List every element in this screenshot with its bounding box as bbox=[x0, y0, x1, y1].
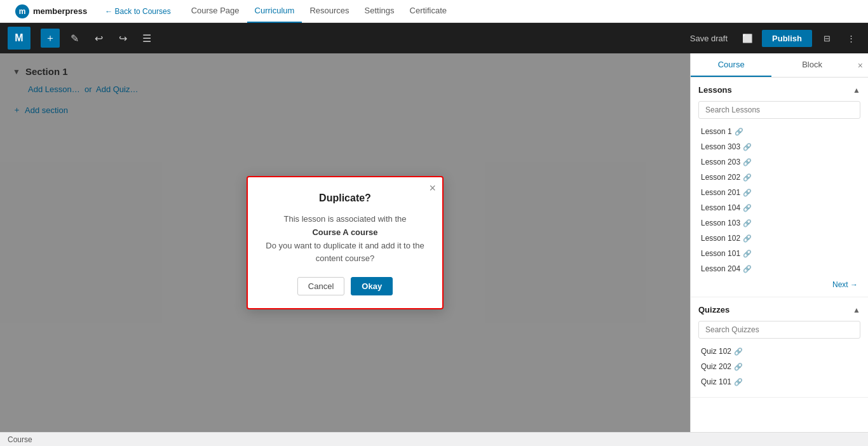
lessons-list: Lesson 1 🔗 Lesson 303 🔗 Lesson 203 🔗 Les… bbox=[698, 124, 860, 276]
quiz-102-label: Quiz 102 bbox=[701, 347, 731, 356]
quiz-202-label: Quiz 202 bbox=[701, 362, 731, 371]
tab-settings[interactable]: Settings bbox=[357, 0, 402, 23]
modal-course-name: Course A course bbox=[312, 227, 377, 237]
toolbar-logo: M bbox=[8, 27, 31, 50]
lesson-202-label: Lesson 202 bbox=[701, 173, 740, 182]
lessons-chevron-icon[interactable]: ▲ bbox=[853, 86, 860, 95]
link-icon: 🔗 bbox=[743, 143, 752, 151]
modal-body: This lesson is associated with the Cours… bbox=[263, 213, 427, 266]
publish-button[interactable]: Publish bbox=[762, 30, 812, 47]
modal-footer: Cancel Okay bbox=[263, 277, 427, 295]
link-icon: 🔗 bbox=[743, 250, 752, 258]
list-item[interactable]: Lesson 203 🔗 bbox=[698, 154, 860, 170]
link-icon: 🔗 bbox=[743, 173, 752, 182]
tools-button[interactable]: ✎ bbox=[65, 29, 84, 48]
link-icon: 🔗 bbox=[734, 363, 743, 371]
quizzes-list: Quiz 102 🔗 Quiz 202 🔗 Quiz 101 🔗 bbox=[698, 344, 860, 389]
mp-logo-text: memberpress bbox=[33, 6, 87, 16]
list-item[interactable]: Lesson 201 🔗 bbox=[698, 185, 860, 200]
cancel-button[interactable]: Cancel bbox=[297, 277, 344, 295]
list-item[interactable]: Quiz 101 🔗 bbox=[698, 374, 860, 389]
lesson-102-label: Lesson 102 bbox=[701, 234, 740, 243]
link-icon: 🔗 bbox=[743, 265, 752, 273]
memberpress-logo: m memberpress bbox=[10, 4, 92, 18]
link-icon: 🔗 bbox=[734, 348, 743, 356]
main-layout: ▼ Section 1 Add Lesson… or Add Quiz… ＋ A… bbox=[0, 53, 868, 432]
list-item[interactable]: Lesson 1 🔗 bbox=[698, 124, 860, 139]
lesson-303-label: Lesson 303 bbox=[701, 142, 740, 151]
list-view-button[interactable]: ☰ bbox=[137, 29, 156, 48]
quiz-101-label: Quiz 101 bbox=[701, 377, 731, 386]
link-icon: 🔗 bbox=[743, 234, 752, 243]
list-item[interactable]: Lesson 101 🔗 bbox=[698, 246, 860, 261]
tab-course-page[interactable]: Course Page bbox=[184, 0, 247, 23]
lesson-203-label: Lesson 203 bbox=[701, 158, 740, 166]
mp-logo-icon: m bbox=[15, 4, 29, 18]
tab-resources[interactable]: Resources bbox=[302, 0, 356, 23]
next-lessons-link[interactable]: Next → bbox=[698, 276, 860, 289]
undo-button[interactable]: ↩ bbox=[89, 29, 108, 48]
link-icon: 🔗 bbox=[743, 158, 752, 166]
save-draft-button[interactable]: Save draft bbox=[685, 31, 733, 46]
preview-button[interactable]: ⬜ bbox=[738, 29, 757, 48]
list-item[interactable]: Lesson 204 🔗 bbox=[698, 261, 860, 276]
modal-overlay: × Duplicate? This lesson is associated w… bbox=[0, 53, 690, 432]
lesson-204-label: Lesson 204 bbox=[701, 264, 740, 273]
redo-button[interactable]: ↪ bbox=[113, 29, 132, 48]
lesson-103-label: Lesson 103 bbox=[701, 219, 740, 227]
link-icon: 🔗 bbox=[743, 219, 752, 227]
tab-certificate[interactable]: Certificate bbox=[402, 0, 455, 23]
search-lessons-input[interactable] bbox=[698, 101, 860, 119]
content-area: ▼ Section 1 Add Lesson… or Add Quiz… ＋ A… bbox=[0, 53, 690, 432]
sidebar-toggle-button[interactable]: ⊟ bbox=[817, 29, 836, 48]
list-item[interactable]: Quiz 202 🔗 bbox=[698, 359, 860, 374]
lessons-title: Lessons bbox=[698, 85, 732, 95]
modal-line1: This lesson is associated with the bbox=[284, 214, 407, 224]
list-item[interactable]: Lesson 202 🔗 bbox=[698, 170, 860, 185]
list-item[interactable]: Quiz 102 🔗 bbox=[698, 344, 860, 359]
top-bar: m memberpress ← Back to Courses Course P… bbox=[0, 0, 868, 23]
link-icon: 🔗 bbox=[743, 189, 752, 197]
tab-curriculum[interactable]: Curriculum bbox=[247, 0, 302, 23]
list-item[interactable]: Lesson 303 🔗 bbox=[698, 139, 860, 154]
toolbar: M ＋ ✎ ↩ ↪ ☰ Save draft ⬜ Publish ⊟ ⋮ bbox=[0, 23, 868, 53]
lessons-section: Lessons ▲ Lesson 1 🔗 Lesson 303 🔗 Lesson… bbox=[691, 78, 868, 297]
sidebar-tab-block[interactable]: Block bbox=[771, 53, 852, 77]
link-icon: 🔗 bbox=[734, 378, 743, 386]
lesson-1-label: Lesson 1 bbox=[701, 127, 732, 136]
lesson-201-label: Lesson 201 bbox=[701, 188, 740, 197]
nav-tabs: Course Page Curriculum Resources Setting… bbox=[184, 0, 454, 22]
list-item[interactable]: Lesson 104 🔗 bbox=[698, 200, 860, 215]
lesson-104-label: Lesson 104 bbox=[701, 203, 740, 212]
link-icon: 🔗 bbox=[735, 128, 743, 136]
list-item[interactable]: Lesson 102 🔗 bbox=[698, 231, 860, 246]
quizzes-title: Quizzes bbox=[698, 305, 729, 314]
list-item[interactable]: Lesson 103 🔗 bbox=[698, 215, 860, 231]
modal-close-button[interactable]: × bbox=[429, 182, 436, 194]
lessons-section-header: Lessons ▲ bbox=[698, 85, 860, 95]
sidebar-close-button[interactable]: × bbox=[853, 55, 868, 76]
modal-line2: Do you want to duplicate it and add it t… bbox=[266, 241, 410, 250]
okay-button[interactable]: Okay bbox=[351, 277, 393, 295]
right-sidebar: Course Block × Lessons ▲ Lesson 1 🔗 Less… bbox=[690, 53, 868, 432]
sidebar-tab-course[interactable]: Course bbox=[691, 53, 771, 77]
status-label: Course bbox=[8, 435, 32, 444]
back-to-courses-link[interactable]: ← Back to Courses bbox=[105, 7, 170, 16]
status-bar: Course bbox=[0, 432, 868, 446]
search-quizzes-input[interactable] bbox=[698, 321, 860, 339]
lesson-101-label: Lesson 101 bbox=[701, 249, 740, 258]
link-icon: 🔗 bbox=[743, 204, 752, 212]
sidebar-top: Course Block × bbox=[691, 53, 868, 78]
more-options-button[interactable]: ⋮ bbox=[841, 29, 860, 48]
duplicate-modal: × Duplicate? This lesson is associated w… bbox=[247, 176, 444, 309]
add-block-button[interactable]: ＋ bbox=[41, 29, 60, 48]
quizzes-section-header: Quizzes ▲ bbox=[698, 305, 860, 314]
quizzes-chevron-icon[interactable]: ▲ bbox=[853, 306, 860, 314]
modal-title: Duplicate? bbox=[263, 193, 427, 204]
quizzes-section: Quizzes ▲ Quiz 102 🔗 Quiz 202 🔗 Quiz 101… bbox=[691, 297, 868, 398]
